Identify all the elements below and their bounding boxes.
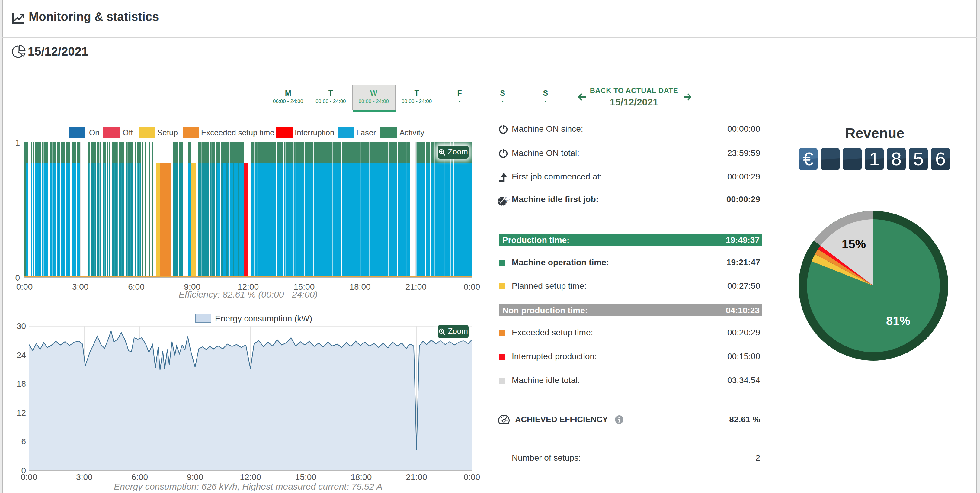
svg-text:z: z: [508, 198, 510, 201]
svg-text:Z: Z: [505, 199, 508, 204]
